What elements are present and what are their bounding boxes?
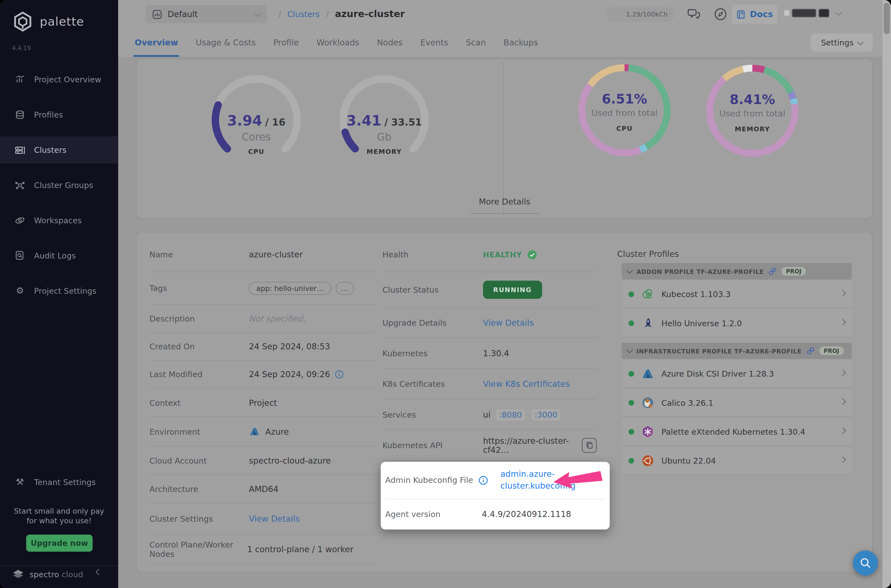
detail-row: ContextProject [150, 389, 376, 417]
tab-nodes[interactable]: Nodes [377, 38, 403, 47]
sidebar-item-label: Project Settings [34, 286, 97, 296]
sidebar-item-tenant-settings[interactable]: ⚒ Tenant Settings [0, 469, 118, 496]
user-name-redacted [792, 9, 816, 17]
view-k8s-certificates-link[interactable]: View K8s Certificates [483, 380, 570, 388]
settings-button[interactable]: Settings [811, 34, 873, 52]
zoom-search-button[interactable] [853, 550, 878, 576]
scrollbar[interactable] [882, 0, 891, 588]
status-dot [628, 458, 634, 463]
proj-badge: PROJ [819, 346, 844, 355]
sidebar-item-label: Tenant Settings [34, 478, 96, 487]
tab-usage-costs[interactable]: Usage & Costs [196, 38, 256, 47]
tab-profile[interactable]: Profile [273, 38, 299, 47]
tag-chip[interactable]: app: hello-univer… [249, 282, 331, 294]
status-dot [628, 371, 634, 376]
chart-icon [152, 9, 162, 19]
profile-layer-row[interactable]: Azure Disk CSI Driver 1.28.3 [622, 360, 852, 388]
sidebar: palette 4.4.19 Project Overview Profiles… [0, 0, 118, 588]
sidebar-item-audit-logs[interactable]: Audit Logs [0, 242, 118, 269]
tab-events[interactable]: Events [420, 38, 448, 47]
detail-row: Control Plane/Worker Nodes1 control-plan… [150, 535, 376, 565]
tab-workloads[interactable]: Workloads [316, 38, 359, 47]
profile-layer-row[interactable]: Palette eXtended Kubernetes 1.30.4 [622, 418, 852, 446]
top-bar: Default / Clusters / azure-cluster 1.29/… [118, 0, 891, 57]
footer-brand: spectro cloud [30, 570, 83, 579]
tab-backups[interactable]: Backups [504, 38, 538, 47]
book-icon [736, 9, 746, 19]
metrics-card: 3.94 / 16 Cores CPU 3.41 / 33.51 Gb MEMO… [136, 58, 873, 219]
chevron-right-icon [840, 290, 846, 296]
azure-disk-csi-logo [641, 367, 655, 381]
calico-logo [641, 396, 655, 410]
audit-logs-icon [15, 250, 25, 261]
sidebar-item-profiles[interactable]: Profiles [0, 101, 118, 128]
tab-scan[interactable]: Scan [466, 38, 486, 47]
detail-row: Last Modified24 Sep 2024, 09:26 [150, 361, 376, 389]
compass-icon[interactable] [714, 8, 728, 23]
status-dot [628, 320, 634, 326]
project-selector-value: Default [168, 10, 198, 19]
project-selector[interactable]: Default [146, 5, 267, 23]
kubecost-logo [641, 287, 655, 301]
upgrade-details-link[interactable]: View Details [483, 318, 534, 327]
sidebar-item-label: Clusters [34, 146, 67, 154]
credits-meter: 1.29/100kCh [606, 7, 675, 22]
cluster-settings-link[interactable]: View Details [249, 514, 300, 523]
tag-more-chip[interactable]: … [336, 282, 354, 294]
avatar [784, 10, 789, 16]
cpu-usage-donut: 6.51% Used from total CPU [576, 62, 673, 159]
profile-layer-row[interactable]: Kubecost 1.103.3 [622, 280, 852, 308]
health-status: HEALTHY [483, 250, 522, 259]
upgrade-promo-text: Start small and only payfor what you use… [0, 506, 118, 525]
detail-row: Health HEALTHY [382, 238, 597, 272]
sidebar-divider [0, 565, 118, 566]
workspaces-icon [15, 215, 25, 225]
ubuntu-logo [641, 454, 655, 467]
palette-extended-k8s-logo [641, 425, 655, 438]
sidebar-item-clusters[interactable]: Clusters [0, 136, 118, 164]
docs-button[interactable]: Docs [732, 4, 777, 24]
detail-row: Tagsapp: hello-univer…… [150, 272, 376, 305]
clusters-icon [15, 145, 25, 155]
chevron-right-icon [840, 398, 846, 405]
agent-version-row: Agent version 4.4.9/20240912.1118 [385, 499, 605, 529]
cluster-groups-icon [15, 180, 25, 190]
breadcrumb-current: azure-cluster [335, 9, 405, 19]
cluster-status-badge[interactable]: RUNNING [483, 281, 542, 299]
sidebar-item-label: Project Overview [34, 75, 101, 84]
profile-layer-row[interactable]: Hello Universe 1.2.0 [622, 309, 852, 338]
detail-row: ArchitectureAMD64 [150, 475, 376, 503]
copy-icon[interactable] [582, 438, 597, 453]
info-icon[interactable] [478, 475, 488, 485]
messages-icon[interactable] [686, 7, 701, 24]
sidebar-item-project-overview[interactable]: Project Overview [0, 66, 118, 93]
gear-icon: ⚙ [15, 286, 25, 296]
scrollbar-thumb[interactable] [884, 3, 890, 34]
profile-layer-row[interactable]: Calico 3.26.1 [622, 389, 852, 417]
chevron-down-icon [836, 9, 842, 15]
info-icon[interactable] [334, 370, 344, 379]
sidebar-item-cluster-groups[interactable]: Cluster Groups [0, 171, 118, 199]
detail-row: Nameazure-cluster [150, 238, 376, 272]
sidebar-item-project-settings[interactable]: ⚙ Project Settings [0, 277, 118, 304]
cluster-info-column: Nameazure-cluster Tagsapp: hello-univer…… [150, 238, 376, 565]
user-menu[interactable] [784, 9, 841, 17]
sidebar-item-label: Workspaces [34, 216, 82, 225]
service-port-link[interactable]: :8080 [496, 409, 525, 420]
proj-badge: PROJ [782, 267, 806, 276]
sidebar-item-workspaces[interactable]: Workspaces [0, 207, 118, 234]
breadcrumb-clusters-link[interactable]: Clusters [288, 9, 320, 18]
detail-row: Upgrade DetailsView Details [382, 308, 597, 338]
tab-overview[interactable]: Overview [135, 38, 178, 47]
profile-layer-row[interactable]: Ubuntu 22.04 [622, 447, 852, 475]
collapse-sidebar-icon[interactable] [96, 569, 102, 575]
chevron-down-icon [255, 10, 261, 16]
infrastructure-profile-header[interactable]: INFRASTRUCTURE PROFILE TF-AZURE-PROFILE … [622, 342, 852, 359]
upgrade-now-button[interactable]: Upgrade now [26, 535, 93, 552]
detail-row: K8s CertificatesView K8s Certificates [382, 369, 597, 399]
more-details-button[interactable]: More Details [471, 197, 539, 214]
project-overview-icon [15, 74, 25, 84]
service-port-link[interactable]: :3000 [532, 409, 560, 420]
cpu-gauge: 3.94 / 16 Cores CPU [208, 72, 304, 168]
addon-profile-header[interactable]: ADDON PROFILE TF-AZURE-PROFILE PROJ [622, 263, 852, 280]
